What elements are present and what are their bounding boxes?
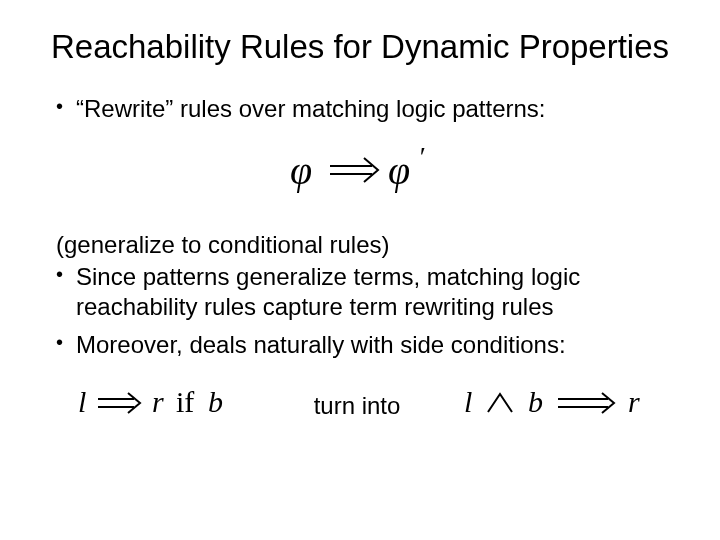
slide-title: Reachability Rules for Dynamic Propertie… bbox=[30, 28, 690, 66]
paragraph-generalize: (generalize to conditional rules) bbox=[56, 230, 690, 260]
bullet-since-patterns: Since patterns generalize terms, matchin… bbox=[56, 262, 690, 322]
svg-text:if: if bbox=[176, 385, 194, 418]
bullet-list-2: Since patterns generalize terms, matchin… bbox=[30, 262, 690, 360]
formula-phi-implies-phiprime: φ φ ′ bbox=[30, 146, 690, 200]
slide: Reachability Rules for Dynamic Propertie… bbox=[0, 0, 720, 540]
svg-text:l: l bbox=[464, 385, 472, 418]
bullet-list-1: “Rewrite” rules over matching logic patt… bbox=[30, 94, 690, 124]
formula-row: l r if b turn into l b r bbox=[74, 384, 660, 428]
svg-text:l: l bbox=[78, 385, 86, 418]
svg-text:b: b bbox=[528, 385, 543, 418]
bullet-rewrite-rules: “Rewrite” rules over matching logic patt… bbox=[56, 94, 690, 124]
formula-l-and-b-implies-r: l b r bbox=[460, 384, 660, 428]
svg-text:φ: φ bbox=[290, 148, 312, 193]
svg-text:b: b bbox=[208, 385, 223, 418]
bullet-moreover: Moreover, deals naturally with side cond… bbox=[56, 330, 690, 360]
formula-l-implies-r-if-b: l r if b bbox=[74, 384, 254, 428]
svg-text:r: r bbox=[152, 385, 164, 418]
svg-text:r: r bbox=[628, 385, 640, 418]
svg-text:′: ′ bbox=[418, 146, 425, 172]
turn-into-label: turn into bbox=[314, 392, 401, 420]
svg-text:φ: φ bbox=[388, 148, 410, 193]
